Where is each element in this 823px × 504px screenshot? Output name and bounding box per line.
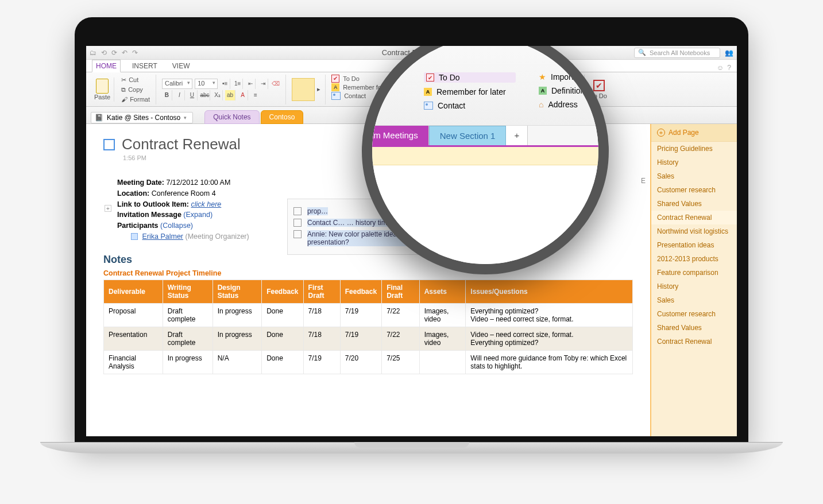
table-cell[interactable]: 7/18 xyxy=(303,303,340,327)
project-table[interactable]: DeliverableWriting StatusDesign StatusFe… xyxy=(103,280,633,374)
cut-button[interactable]: ✂Cut xyxy=(120,76,151,84)
indent-icon[interactable]: ⇥ xyxy=(258,79,268,89)
table-cell[interactable]: Done xyxy=(262,350,303,374)
table-row[interactable]: ProposalDraft completeIn progressDone7/1… xyxy=(104,303,633,327)
table-row[interactable]: PresentationDraft completeIn progressDon… xyxy=(104,327,633,350)
title-todo-checkbox[interactable] xyxy=(103,139,115,150)
table-cell[interactable] xyxy=(419,350,466,374)
mag-tab-new-section[interactable]: New Section 1 xyxy=(429,126,507,145)
font-size-select[interactable]: 10 xyxy=(195,79,218,89)
clear-format-icon[interactable]: ⌫ xyxy=(271,79,281,89)
table-cell[interactable]: In progress xyxy=(212,303,262,327)
undo-icon[interactable]: ↶ xyxy=(122,49,127,57)
participant-name[interactable]: Erika Palmer xyxy=(142,232,183,241)
table-cell[interactable]: Draft complete xyxy=(163,327,212,350)
expand-invitation-link[interactable]: (Expand) xyxy=(183,211,212,219)
forward-icon[interactable]: ⟳ xyxy=(111,49,117,57)
page-title[interactable]: Contract Renewal xyxy=(122,135,241,153)
page-list-item[interactable]: Sales xyxy=(651,293,737,307)
page-list-item[interactable]: Contract Renewal xyxy=(651,211,737,224)
mag-tag-contact[interactable]: Contact xyxy=(424,101,516,110)
page-list-item[interactable]: Shared Values xyxy=(651,321,737,335)
bullets-icon[interactable]: •≡ xyxy=(220,79,230,89)
font-family-select[interactable]: Calibri xyxy=(162,79,192,89)
table-cell[interactable]: In progress xyxy=(212,327,262,350)
strike-button[interactable]: abc xyxy=(200,90,210,100)
underline-button[interactable]: U xyxy=(187,90,198,100)
expand-toggle-icon[interactable]: + xyxy=(105,205,111,212)
notebook-picker[interactable]: 📓 Katie @ Sites - Contoso ▾ xyxy=(91,112,193,123)
redo-icon[interactable]: ↷ xyxy=(132,49,138,57)
task-checkbox[interactable] xyxy=(293,207,302,215)
font-color-button[interactable]: A xyxy=(238,90,248,100)
page-list-item[interactable]: Shared Values xyxy=(651,197,737,211)
page-list-item[interactable]: 2012-2013 products xyxy=(651,252,737,266)
folder-icon[interactable]: 🗂 xyxy=(90,49,96,57)
styles-gallery[interactable] xyxy=(292,78,315,101)
paste-button[interactable]: Paste xyxy=(91,77,114,102)
table-cell[interactable]: Images, video xyxy=(419,303,466,327)
align-button[interactable]: ≡ xyxy=(250,90,261,100)
mag-tag-definition[interactable]: ADefinition xyxy=(539,86,585,95)
section-tab-contoso[interactable]: Contoso xyxy=(261,110,304,124)
table-cell[interactable]: Will need more guidance from Toby re: wh… xyxy=(466,350,633,374)
highlight-button[interactable]: ab xyxy=(225,90,235,100)
table-cell[interactable]: Proposal xyxy=(104,303,163,327)
tab-view[interactable]: VIEW xyxy=(169,60,194,72)
table-cell[interactable]: Images, video xyxy=(419,327,466,350)
back-icon[interactable]: ⟲ xyxy=(101,49,107,57)
page-list-item[interactable]: Customer research xyxy=(651,183,737,197)
table-cell[interactable]: Done xyxy=(262,303,303,327)
table-cell[interactable]: Everything optimized?Video – need correc… xyxy=(466,303,633,327)
outdent-icon[interactable]: ⇤ xyxy=(245,79,256,89)
table-cell[interactable]: 7/22 xyxy=(382,327,420,350)
person-card-icon[interactable] xyxy=(131,233,138,240)
page-list-item[interactable]: Pricing Guidelines xyxy=(651,142,737,156)
table-cell[interactable]: Presentation xyxy=(104,327,163,350)
page-list-item[interactable]: Northwind visit logistics xyxy=(651,224,737,238)
gallery-more-icon[interactable]: ▸ xyxy=(317,86,320,93)
page-list-item[interactable]: Feature comparison xyxy=(651,266,737,280)
section-tab-quicknotes[interactable]: Quick Notes xyxy=(204,110,259,124)
tab-home[interactable]: HOME xyxy=(92,60,121,72)
table-cell[interactable]: Financial Analysis xyxy=(104,350,163,374)
table-cell[interactable]: Done xyxy=(262,327,303,350)
tab-insert[interactable]: INSERT xyxy=(129,60,161,72)
task-checkbox[interactable] xyxy=(293,230,302,238)
page-list-item[interactable]: History xyxy=(651,280,737,293)
table-cell[interactable]: 7/22 xyxy=(382,303,420,327)
table-cell[interactable]: In progress xyxy=(163,350,212,374)
copy-button[interactable]: ⧉Copy xyxy=(120,86,151,94)
task-checkbox[interactable] xyxy=(293,219,302,227)
mag-tag-important[interactable]: ★Important xyxy=(539,72,585,82)
collapse-participants-link[interactable]: (Collapse) xyxy=(160,222,193,230)
mag-tag-remember[interactable]: ARemember for later xyxy=(424,87,516,96)
table-cell[interactable]: Video – need correct size, format.Everyt… xyxy=(466,327,633,350)
table-cell[interactable]: 7/25 xyxy=(382,350,420,374)
help-icon[interactable]: ? xyxy=(727,64,731,72)
smiley-icon[interactable]: ☺ xyxy=(717,64,724,72)
table-cell[interactable]: Draft complete xyxy=(163,303,212,327)
italic-button[interactable]: I xyxy=(175,90,185,100)
page-list-item[interactable]: Sales xyxy=(651,169,737,183)
mag-tag-todo[interactable]: ✔To Do xyxy=(424,72,516,83)
page-list-item[interactable]: Presentation ideas xyxy=(651,238,737,252)
table-cell[interactable]: 7/18 xyxy=(303,327,340,350)
format-button[interactable]: 🖌Format xyxy=(120,95,151,103)
page-list-item[interactable]: Customer research xyxy=(651,307,737,321)
table-cell[interactable]: 7/19 xyxy=(340,327,381,350)
share-icon[interactable]: 👥 xyxy=(725,49,733,57)
global-search[interactable]: 🔍 Search All Notebooks xyxy=(634,48,720,58)
table-cell[interactable]: 7/19 xyxy=(340,303,381,327)
page-list-item[interactable]: Contract Renewal xyxy=(651,335,737,348)
table-cell[interactable]: 7/20 xyxy=(340,350,381,374)
table-cell[interactable]: N/A xyxy=(212,350,262,374)
subscript-button[interactable]: X₂ xyxy=(212,90,223,100)
mag-tag-address[interactable]: ⌂Address xyxy=(539,100,585,109)
mag-tab-add-section[interactable]: + xyxy=(506,126,528,145)
table-row[interactable]: Financial AnalysisIn progressN/ADone7/19… xyxy=(104,350,633,374)
outlook-link[interactable]: click here xyxy=(191,200,221,208)
page-list-item[interactable]: History xyxy=(651,156,737,169)
add-page-button[interactable]: + Add Page xyxy=(651,124,737,142)
table-cell[interactable]: 7/19 xyxy=(303,350,340,374)
